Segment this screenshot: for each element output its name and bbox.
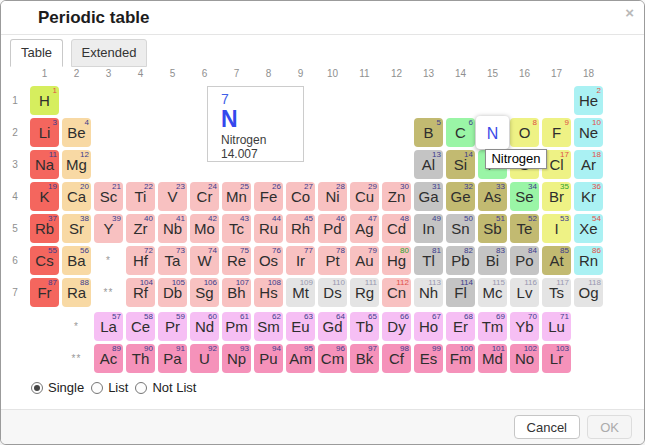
element-cell-Fe[interactable]: 26Fe (254, 182, 283, 211)
element-cell-Es[interactable]: 99Es (414, 344, 443, 373)
element-cell-Cm[interactable]: 96Cm (318, 344, 347, 373)
element-cell-Os[interactable]: 76Os (254, 246, 283, 275)
element-cell-Ba[interactable]: 56Ba (62, 246, 91, 275)
element-cell-Ca[interactable]: 20Ca (62, 182, 91, 211)
element-cell-F[interactable]: 9F (542, 118, 571, 147)
element-cell-Nh[interactable]: 113Nh (414, 278, 443, 307)
element-cell-Cn[interactable]: 112Cn (382, 278, 411, 307)
element-cell-Zr[interactable]: 40Zr (126, 214, 155, 243)
element-cell-Mo[interactable]: 42Mo (190, 214, 219, 243)
cancel-button[interactable]: Cancel (514, 415, 580, 439)
element-cell-At[interactable]: 85At (542, 246, 571, 275)
element-cell-Mg[interactable]: 12Mg (62, 150, 91, 179)
element-cell-Se[interactable]: 34Se (510, 182, 539, 211)
element-cell-In[interactable]: 49In (414, 214, 443, 243)
element-cell-No[interactable]: 102No (510, 344, 539, 373)
element-cell-Mc[interactable]: 115Mc (478, 278, 507, 307)
element-cell-Tl[interactable]: 81Tl (414, 246, 443, 275)
element-cell-Pm[interactable]: 61Pm (222, 312, 251, 341)
element-cell-Rh[interactable]: 45Rh (286, 214, 315, 243)
element-cell-Th[interactable]: 90Th (126, 344, 155, 373)
element-cell-Hs[interactable]: 108Hs (254, 278, 283, 307)
radio-list[interactable]: List (91, 380, 128, 395)
element-cell-N[interactable]: N (476, 116, 509, 149)
element-cell-Lr[interactable]: 103Lr (542, 344, 571, 373)
element-cell-Np[interactable]: 93Np (222, 344, 251, 373)
element-cell-O[interactable]: 8O (510, 118, 539, 147)
element-cell-Cs[interactable]: 55Cs (30, 246, 59, 275)
element-cell-Ne[interactable]: 10Ne (574, 118, 603, 147)
radio-single-circle[interactable] (31, 382, 43, 394)
element-cell-La[interactable]: 57La (94, 312, 123, 341)
element-cell-Tc[interactable]: 43Tc (222, 214, 251, 243)
element-cell-Ac[interactable]: 89Ac (94, 344, 123, 373)
element-cell-Ni[interactable]: 28Ni (318, 182, 347, 211)
element-cell-Ds[interactable]: 110Ds (318, 278, 347, 307)
element-cell-Ho[interactable]: 67Ho (414, 312, 443, 341)
element-cell-Sc[interactable]: 21Sc (94, 182, 123, 211)
element-cell-Fl[interactable]: 114Fl (446, 278, 475, 307)
element-cell-Lu[interactable]: 71Lu (542, 312, 571, 341)
element-cell-Lv[interactable]: 116Lv (510, 278, 539, 307)
element-cell-Ir[interactable]: 77Ir (286, 246, 315, 275)
element-cell-Sm[interactable]: 62Sm (254, 312, 283, 341)
element-cell-He[interactable]: 2He (574, 86, 603, 115)
element-cell-Ce[interactable]: 58Ce (126, 312, 155, 341)
element-cell-Eu[interactable]: 63Eu (286, 312, 315, 341)
element-cell-Yb[interactable]: 70Yb (510, 312, 539, 341)
element-cell-Co[interactable]: 27Co (286, 182, 315, 211)
element-cell-B[interactable]: 5B (414, 118, 443, 147)
element-cell-Po[interactable]: 84Po (510, 246, 539, 275)
element-cell-Pd[interactable]: 46Pd (318, 214, 347, 243)
element-cell-Mn[interactable]: 25Mn (222, 182, 251, 211)
element-cell-Ge[interactable]: 32Ge (446, 182, 475, 211)
element-cell-Ar[interactable]: 18Ar (574, 150, 603, 179)
element-cell-Pt[interactable]: 78Pt (318, 246, 347, 275)
element-cell-Pb[interactable]: 82Pb (446, 246, 475, 275)
element-cell-Hg[interactable]: 80Hg (382, 246, 411, 275)
element-cell-Bi[interactable]: 83Bi (478, 246, 507, 275)
radio-not-list-circle[interactable] (135, 382, 147, 394)
element-cell-Fr[interactable]: 87Fr (30, 278, 59, 307)
element-cell-Bk[interactable]: 97Bk (350, 344, 379, 373)
element-cell-I[interactable]: 53I (542, 214, 571, 243)
element-cell-Si[interactable]: 14Si (446, 150, 475, 179)
element-cell-Cf[interactable]: 98Cf (382, 344, 411, 373)
element-cell-Au[interactable]: 79Au (350, 246, 379, 275)
element-cell-K[interactable]: 19K (30, 182, 59, 211)
element-cell-Cu[interactable]: 29Cu (350, 182, 379, 211)
element-cell-Be[interactable]: 4Be (62, 118, 91, 147)
element-cell-H[interactable]: 1H (30, 86, 59, 115)
element-cell-Ru[interactable]: 44Ru (254, 214, 283, 243)
element-cell-Gd[interactable]: 64Gd (318, 312, 347, 341)
element-cell-Rn[interactable]: 86Rn (574, 246, 603, 275)
element-cell-Li[interactable]: 3Li (30, 118, 59, 147)
element-cell-Am[interactable]: 95Am (286, 344, 315, 373)
element-cell-Al[interactable]: 13Al (414, 150, 443, 179)
element-cell-Sn[interactable]: 50Sn (446, 214, 475, 243)
element-cell-C[interactable]: 6C (446, 118, 475, 147)
element-cell-Sr[interactable]: 38Sr (62, 214, 91, 243)
element-cell-Ti[interactable]: 22Ti (126, 182, 155, 211)
element-cell-Nd[interactable]: 60Nd (190, 312, 219, 341)
element-cell-Pa[interactable]: 91Pa (158, 344, 187, 373)
element-cell-Nb[interactable]: 41Nb (158, 214, 187, 243)
element-cell-Ra[interactable]: 88Ra (62, 278, 91, 307)
element-cell-Xe[interactable]: 54Xe (574, 214, 603, 243)
element-cell-Ts[interactable]: 117Ts (542, 278, 571, 307)
element-cell-Cd[interactable]: 48Cd (382, 214, 411, 243)
element-cell-U[interactable]: 92U (190, 344, 219, 373)
element-cell-Db[interactable]: 105Db (158, 278, 187, 307)
element-cell-Fm[interactable]: 100Fm (446, 344, 475, 373)
element-cell-Na[interactable]: 11Na (30, 150, 59, 179)
element-cell-Re[interactable]: 75Re (222, 246, 251, 275)
radio-single[interactable]: Single (31, 380, 84, 395)
element-cell-Ta[interactable]: 73Ta (158, 246, 187, 275)
element-cell-Rb[interactable]: 37Rb (30, 214, 59, 243)
element-cell-Pu[interactable]: 94Pu (254, 344, 283, 373)
element-cell-Tm[interactable]: 69Tm (478, 312, 507, 341)
element-cell-Rf[interactable]: 104Rf (126, 278, 155, 307)
element-cell-Mt[interactable]: 109Mt (286, 278, 315, 307)
element-cell-Hf[interactable]: 72Hf (126, 246, 155, 275)
element-cell-Tb[interactable]: 65Tb (350, 312, 379, 341)
